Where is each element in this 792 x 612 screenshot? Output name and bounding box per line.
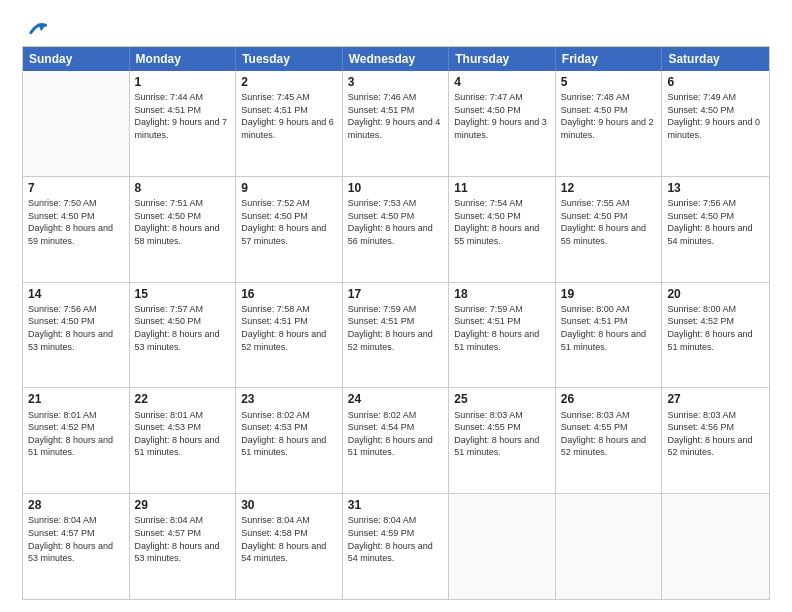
empty-cell: [23, 71, 130, 176]
empty-cell: [556, 494, 663, 599]
cell-info: Sunrise: 8:03 AMSunset: 4:56 PMDaylight:…: [667, 409, 764, 459]
cell-info: Sunrise: 7:58 AMSunset: 4:51 PMDaylight:…: [241, 303, 337, 353]
day-number: 18: [454, 286, 550, 302]
day-number: 19: [561, 286, 657, 302]
cell-info: Sunrise: 8:03 AMSunset: 4:55 PMDaylight:…: [454, 409, 550, 459]
cell-info: Sunrise: 8:04 AMSunset: 4:59 PMDaylight:…: [348, 514, 444, 564]
day-cell-28: 28Sunrise: 8:04 AMSunset: 4:57 PMDayligh…: [23, 494, 130, 599]
day-header-sunday: Sunday: [23, 47, 130, 71]
day-number: 15: [135, 286, 231, 302]
day-cell-15: 15Sunrise: 7:57 AMSunset: 4:50 PMDayligh…: [130, 283, 237, 388]
day-cell-6: 6Sunrise: 7:49 AMSunset: 4:50 PMDaylight…: [662, 71, 769, 176]
day-number: 25: [454, 391, 550, 407]
day-cell-30: 30Sunrise: 8:04 AMSunset: 4:58 PMDayligh…: [236, 494, 343, 599]
calendar-row-5: 28Sunrise: 8:04 AMSunset: 4:57 PMDayligh…: [23, 493, 769, 599]
day-number: 23: [241, 391, 337, 407]
day-number: 17: [348, 286, 444, 302]
cell-info: Sunrise: 8:00 AMSunset: 4:51 PMDaylight:…: [561, 303, 657, 353]
cell-info: Sunrise: 8:04 AMSunset: 4:57 PMDaylight:…: [28, 514, 124, 564]
calendar-header: SundayMondayTuesdayWednesdayThursdayFrid…: [23, 47, 769, 71]
cell-info: Sunrise: 8:04 AMSunset: 4:58 PMDaylight:…: [241, 514, 337, 564]
day-number: 20: [667, 286, 764, 302]
day-cell-24: 24Sunrise: 8:02 AMSunset: 4:54 PMDayligh…: [343, 388, 450, 493]
cell-info: Sunrise: 7:54 AMSunset: 4:50 PMDaylight:…: [454, 197, 550, 247]
day-number: 13: [667, 180, 764, 196]
calendar-row-4: 21Sunrise: 8:01 AMSunset: 4:52 PMDayligh…: [23, 387, 769, 493]
logo: [22, 18, 47, 40]
calendar-row-1: 1Sunrise: 7:44 AMSunset: 4:51 PMDaylight…: [23, 71, 769, 176]
day-number: 21: [28, 391, 124, 407]
day-cell-1: 1Sunrise: 7:44 AMSunset: 4:51 PMDaylight…: [130, 71, 237, 176]
day-header-tuesday: Tuesday: [236, 47, 343, 71]
day-cell-2: 2Sunrise: 7:45 AMSunset: 4:51 PMDaylight…: [236, 71, 343, 176]
cell-info: Sunrise: 8:01 AMSunset: 4:52 PMDaylight:…: [28, 409, 124, 459]
day-cell-7: 7Sunrise: 7:50 AMSunset: 4:50 PMDaylight…: [23, 177, 130, 282]
day-cell-31: 31Sunrise: 8:04 AMSunset: 4:59 PMDayligh…: [343, 494, 450, 599]
empty-cell: [449, 494, 556, 599]
day-number: 24: [348, 391, 444, 407]
day-cell-26: 26Sunrise: 8:03 AMSunset: 4:55 PMDayligh…: [556, 388, 663, 493]
day-cell-19: 19Sunrise: 8:00 AMSunset: 4:51 PMDayligh…: [556, 283, 663, 388]
day-cell-23: 23Sunrise: 8:02 AMSunset: 4:53 PMDayligh…: [236, 388, 343, 493]
day-cell-14: 14Sunrise: 7:56 AMSunset: 4:50 PMDayligh…: [23, 283, 130, 388]
day-number: 2: [241, 74, 337, 90]
day-cell-3: 3Sunrise: 7:46 AMSunset: 4:51 PMDaylight…: [343, 71, 450, 176]
cell-info: Sunrise: 7:59 AMSunset: 4:51 PMDaylight:…: [348, 303, 444, 353]
day-header-saturday: Saturday: [662, 47, 769, 71]
cell-info: Sunrise: 7:55 AMSunset: 4:50 PMDaylight:…: [561, 197, 657, 247]
day-number: 16: [241, 286, 337, 302]
cell-info: Sunrise: 8:04 AMSunset: 4:57 PMDaylight:…: [135, 514, 231, 564]
cell-info: Sunrise: 7:52 AMSunset: 4:50 PMDaylight:…: [241, 197, 337, 247]
day-number: 14: [28, 286, 124, 302]
day-number: 12: [561, 180, 657, 196]
day-header-thursday: Thursday: [449, 47, 556, 71]
day-number: 11: [454, 180, 550, 196]
cell-info: Sunrise: 8:00 AMSunset: 4:52 PMDaylight:…: [667, 303, 764, 353]
calendar-row-2: 7Sunrise: 7:50 AMSunset: 4:50 PMDaylight…: [23, 176, 769, 282]
day-cell-4: 4Sunrise: 7:47 AMSunset: 4:50 PMDaylight…: [449, 71, 556, 176]
cell-info: Sunrise: 8:01 AMSunset: 4:53 PMDaylight:…: [135, 409, 231, 459]
day-header-friday: Friday: [556, 47, 663, 71]
cell-info: Sunrise: 7:57 AMSunset: 4:50 PMDaylight:…: [135, 303, 231, 353]
day-number: 22: [135, 391, 231, 407]
day-cell-27: 27Sunrise: 8:03 AMSunset: 4:56 PMDayligh…: [662, 388, 769, 493]
cell-info: Sunrise: 7:49 AMSunset: 4:50 PMDaylight:…: [667, 91, 764, 141]
day-number: 27: [667, 391, 764, 407]
day-number: 8: [135, 180, 231, 196]
cell-info: Sunrise: 8:02 AMSunset: 4:54 PMDaylight:…: [348, 409, 444, 459]
day-cell-18: 18Sunrise: 7:59 AMSunset: 4:51 PMDayligh…: [449, 283, 556, 388]
day-number: 30: [241, 497, 337, 513]
day-number: 29: [135, 497, 231, 513]
cell-info: Sunrise: 7:53 AMSunset: 4:50 PMDaylight:…: [348, 197, 444, 247]
day-cell-29: 29Sunrise: 8:04 AMSunset: 4:57 PMDayligh…: [130, 494, 237, 599]
page-header: [22, 18, 770, 40]
logo-icon: [25, 18, 47, 40]
cell-info: Sunrise: 7:59 AMSunset: 4:51 PMDaylight:…: [454, 303, 550, 353]
cell-info: Sunrise: 7:47 AMSunset: 4:50 PMDaylight:…: [454, 91, 550, 141]
day-number: 1: [135, 74, 231, 90]
cell-info: Sunrise: 7:56 AMSunset: 4:50 PMDaylight:…: [667, 197, 764, 247]
day-header-wednesday: Wednesday: [343, 47, 450, 71]
day-cell-13: 13Sunrise: 7:56 AMSunset: 4:50 PMDayligh…: [662, 177, 769, 282]
day-number: 7: [28, 180, 124, 196]
day-cell-12: 12Sunrise: 7:55 AMSunset: 4:50 PMDayligh…: [556, 177, 663, 282]
cell-info: Sunrise: 7:51 AMSunset: 4:50 PMDaylight:…: [135, 197, 231, 247]
day-number: 26: [561, 391, 657, 407]
day-cell-11: 11Sunrise: 7:54 AMSunset: 4:50 PMDayligh…: [449, 177, 556, 282]
day-cell-16: 16Sunrise: 7:58 AMSunset: 4:51 PMDayligh…: [236, 283, 343, 388]
cell-info: Sunrise: 8:03 AMSunset: 4:55 PMDaylight:…: [561, 409, 657, 459]
day-header-monday: Monday: [130, 47, 237, 71]
day-cell-8: 8Sunrise: 7:51 AMSunset: 4:50 PMDaylight…: [130, 177, 237, 282]
day-cell-5: 5Sunrise: 7:48 AMSunset: 4:50 PMDaylight…: [556, 71, 663, 176]
day-number: 9: [241, 180, 337, 196]
cell-info: Sunrise: 7:48 AMSunset: 4:50 PMDaylight:…: [561, 91, 657, 141]
day-cell-20: 20Sunrise: 8:00 AMSunset: 4:52 PMDayligh…: [662, 283, 769, 388]
cell-info: Sunrise: 7:46 AMSunset: 4:51 PMDaylight:…: [348, 91, 444, 141]
cell-info: Sunrise: 7:50 AMSunset: 4:50 PMDaylight:…: [28, 197, 124, 247]
day-number: 6: [667, 74, 764, 90]
empty-cell: [662, 494, 769, 599]
calendar-body: 1Sunrise: 7:44 AMSunset: 4:51 PMDaylight…: [23, 71, 769, 599]
cell-info: Sunrise: 7:45 AMSunset: 4:51 PMDaylight:…: [241, 91, 337, 141]
day-cell-25: 25Sunrise: 8:03 AMSunset: 4:55 PMDayligh…: [449, 388, 556, 493]
cell-info: Sunrise: 7:56 AMSunset: 4:50 PMDaylight:…: [28, 303, 124, 353]
